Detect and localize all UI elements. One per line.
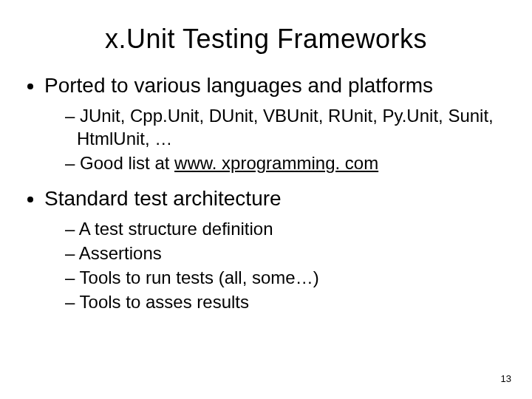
bullet-item-architecture: Standard test architecture A test struct… bbox=[44, 185, 511, 314]
bullet-list: Ported to various languages and platform… bbox=[21, 72, 511, 313]
sub-list: JUnit, Cpp.Unit, DUnit, VBUnit, RUnit, P… bbox=[44, 104, 511, 175]
sub-item-structure: A test structure definition bbox=[65, 217, 511, 240]
page-number: 13 bbox=[501, 373, 511, 384]
slide-title: x.Unit Testing Frameworks bbox=[21, 24, 511, 55]
sub-item-runtools: Tools to run tests (all, some…) bbox=[65, 266, 511, 289]
bullet-item-ported: Ported to various languages and platform… bbox=[44, 72, 511, 175]
slide: x.Unit Testing Frameworks Ported to vari… bbox=[0, 0, 532, 399]
sub-item-assesstools: Tools to asses results bbox=[65, 290, 511, 313]
bullet-text: Standard test architecture bbox=[44, 187, 282, 210]
link-xprogramming[interactable]: www. xprogramming. com bbox=[174, 153, 378, 173]
sub-item-assertions: Assertions bbox=[65, 242, 511, 265]
sub-list: A test structure definition Assertions T… bbox=[44, 217, 511, 314]
sub-item-frameworks: JUnit, Cpp.Unit, DUnit, VBUnit, RUnit, P… bbox=[65, 104, 511, 150]
bullet-text: Ported to various languages and platform… bbox=[44, 74, 433, 97]
sub-item-prefix: Good list at bbox=[80, 153, 174, 173]
sub-item-goodlist: Good list at www. xprogramming. com bbox=[65, 151, 511, 174]
